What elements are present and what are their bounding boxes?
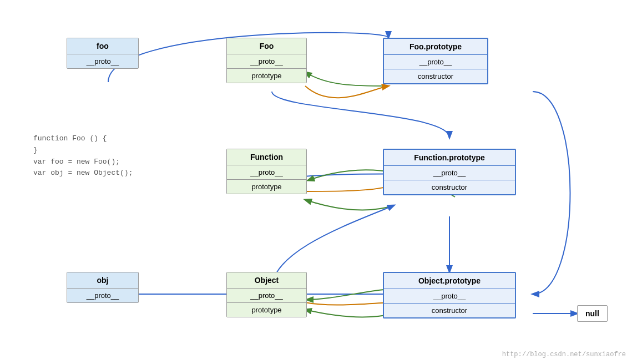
Foo-box: Foo __proto__ prototype bbox=[226, 38, 307, 83]
null-box: null bbox=[577, 305, 608, 322]
code-block: function Foo () { } var foo = new Foo();… bbox=[33, 133, 133, 179]
code-line-3: var foo = new Foo(); bbox=[33, 156, 133, 168]
obj-title: obj bbox=[67, 272, 138, 288]
obj-box: obj __proto__ bbox=[67, 272, 139, 303]
FunctionPrototype-box: Function.prototype __proto__ constructor bbox=[383, 149, 516, 195]
code-line-4: var obj = new Object(); bbox=[33, 168, 133, 179]
FunctionPrototype-constructor-field: constructor bbox=[384, 180, 515, 194]
Object-prototype-field: prototype bbox=[227, 302, 306, 317]
attribution: http://blog.csdn.net/sunxiaofre bbox=[502, 351, 626, 358]
foo-title: foo bbox=[67, 38, 138, 54]
ObjectPrototype-proto-field: __proto__ bbox=[384, 289, 515, 303]
Function-proto-field: __proto__ bbox=[227, 165, 306, 179]
code-line-2: } bbox=[33, 145, 133, 156]
FooPrototype-constructor-field: constructor bbox=[384, 69, 487, 83]
Function-box: Function __proto__ prototype bbox=[226, 149, 307, 194]
FooPrototype-title: Foo.prototype bbox=[384, 39, 487, 54]
Object-box: Object __proto__ prototype bbox=[226, 272, 307, 317]
Foo-proto-field: __proto__ bbox=[227, 54, 306, 68]
foo-proto-field: __proto__ bbox=[67, 54, 138, 68]
Function-prototype-field: prototype bbox=[227, 179, 306, 194]
ObjectPrototype-box: Object.prototype __proto__ constructor bbox=[383, 272, 516, 318]
Foo-title: Foo bbox=[227, 38, 306, 54]
null-label: null bbox=[585, 309, 599, 318]
Object-title: Object bbox=[227, 272, 306, 288]
Object-proto-field: __proto__ bbox=[227, 288, 306, 302]
foo-box: foo __proto__ bbox=[67, 38, 139, 69]
Foo-prototype-field: prototype bbox=[227, 68, 306, 83]
diagram: foo __proto__ Foo __proto__ prototype Fo… bbox=[0, 0, 637, 364]
Function-title: Function bbox=[227, 149, 306, 165]
obj-proto-field: __proto__ bbox=[67, 288, 138, 302]
code-line-1: function Foo () { bbox=[33, 133, 133, 145]
FooPrototype-proto-field: __proto__ bbox=[384, 54, 487, 69]
ObjectPrototype-title: Object.prototype bbox=[384, 273, 515, 289]
ObjectPrototype-constructor-field: constructor bbox=[384, 303, 515, 317]
FunctionPrototype-proto-field: __proto__ bbox=[384, 165, 515, 180]
FunctionPrototype-title: Function.prototype bbox=[384, 150, 515, 165]
FooPrototype-box: Foo.prototype __proto__ constructor bbox=[383, 38, 488, 84]
